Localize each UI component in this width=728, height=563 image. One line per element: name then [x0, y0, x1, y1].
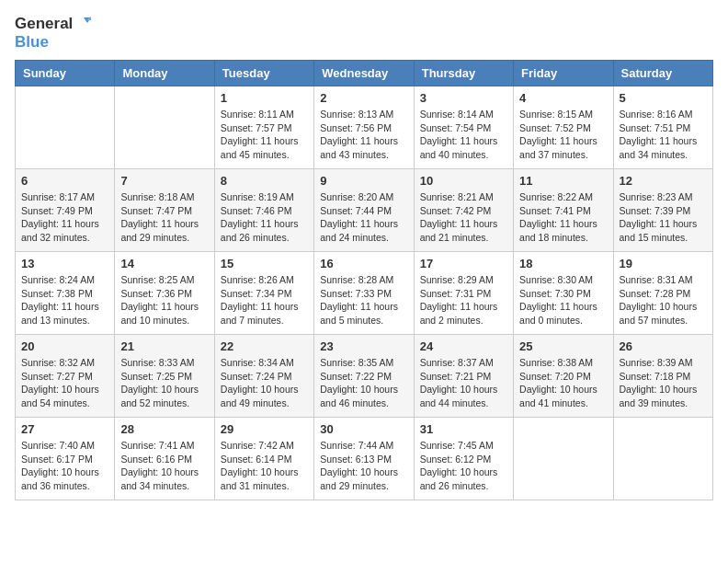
calendar-cell: 27Sunrise: 7:40 AM Sunset: 6:17 PM Dayli… — [16, 418, 115, 500]
calendar-week-row: 20Sunrise: 8:32 AM Sunset: 7:27 PM Dayli… — [16, 335, 713, 418]
calendar-cell: 15Sunrise: 8:26 AM Sunset: 7:34 PM Dayli… — [214, 252, 313, 335]
day-number: 29 — [221, 422, 308, 436]
calendar-week-row: 27Sunrise: 7:40 AM Sunset: 6:17 PM Dayli… — [16, 418, 713, 500]
calendar-cell: 20Sunrise: 8:32 AM Sunset: 7:27 PM Dayli… — [16, 335, 115, 418]
day-info: Sunrise: 8:13 AM Sunset: 7:56 PM Dayligh… — [320, 108, 407, 162]
calendar-cell: 26Sunrise: 8:39 AM Sunset: 7:18 PM Dayli… — [613, 335, 712, 418]
calendar-cell: 9Sunrise: 8:20 AM Sunset: 7:44 PM Daylig… — [314, 169, 414, 252]
calendar-cell: 14Sunrise: 8:25 AM Sunset: 7:36 PM Dayli… — [115, 252, 214, 335]
calendar-cell: 19Sunrise: 8:31 AM Sunset: 7:28 PM Dayli… — [613, 252, 712, 335]
weekday-header: Saturday — [613, 61, 712, 86]
calendar-week-row: 6Sunrise: 8:17 AM Sunset: 7:49 PM Daylig… — [16, 169, 713, 252]
day-info: Sunrise: 8:26 AM Sunset: 7:34 PM Dayligh… — [221, 273, 308, 327]
day-number: 16 — [320, 257, 407, 270]
day-number: 3 — [420, 91, 507, 105]
day-info: Sunrise: 8:19 AM Sunset: 7:46 PM Dayligh… — [221, 190, 308, 245]
day-number: 22 — [221, 339, 308, 353]
day-number: 24 — [420, 339, 507, 353]
day-info: Sunrise: 7:40 AM Sunset: 6:17 PM Dayligh… — [21, 439, 108, 493]
day-info: Sunrise: 8:24 AM Sunset: 7:38 PM Dayligh… — [21, 273, 108, 327]
day-number: 7 — [120, 174, 208, 188]
calendar-week-row: 1Sunrise: 8:11 AM Sunset: 7:57 PM Daylig… — [16, 86, 713, 169]
weekday-header: Thursday — [414, 61, 513, 86]
day-info: Sunrise: 8:23 AM Sunset: 7:39 PM Dayligh… — [620, 190, 707, 245]
calendar-cell — [16, 86, 115, 169]
day-info: Sunrise: 8:16 AM Sunset: 7:51 PM Dayligh… — [620, 108, 707, 162]
calendar-cell: 24Sunrise: 8:37 AM Sunset: 7:21 PM Dayli… — [414, 335, 513, 418]
day-info: Sunrise: 8:14 AM Sunset: 7:54 PM Dayligh… — [420, 108, 507, 162]
day-number: 26 — [620, 339, 707, 353]
calendar-cell: 25Sunrise: 8:38 AM Sunset: 7:20 PM Dayli… — [514, 335, 613, 418]
day-number: 28 — [120, 422, 208, 436]
weekday-header: Tuesday — [214, 61, 313, 86]
day-info: Sunrise: 8:21 AM Sunset: 7:42 PM Dayligh… — [420, 190, 507, 245]
day-info: Sunrise: 8:37 AM Sunset: 7:21 PM Dayligh… — [420, 356, 507, 410]
calendar-cell: 1Sunrise: 8:11 AM Sunset: 7:57 PM Daylig… — [214, 86, 313, 169]
day-number: 4 — [519, 91, 607, 105]
day-number: 6 — [21, 174, 108, 188]
day-number: 9 — [320, 174, 407, 188]
day-number: 18 — [519, 257, 607, 270]
day-info: Sunrise: 8:18 AM Sunset: 7:47 PM Dayligh… — [120, 190, 208, 245]
calendar-cell: 29Sunrise: 7:42 AM Sunset: 6:14 PM Dayli… — [214, 418, 313, 500]
calendar-cell: 30Sunrise: 7:44 AM Sunset: 6:13 PM Dayli… — [314, 418, 414, 500]
day-number: 25 — [519, 339, 607, 353]
day-number: 27 — [21, 422, 108, 436]
calendar-cell: 12Sunrise: 8:23 AM Sunset: 7:39 PM Dayli… — [613, 169, 712, 252]
weekday-header: Sunday — [16, 61, 115, 86]
day-number: 23 — [320, 339, 407, 353]
day-info: Sunrise: 8:11 AM Sunset: 7:57 PM Dayligh… — [221, 108, 308, 162]
day-number: 8 — [221, 174, 308, 188]
day-number: 12 — [620, 174, 707, 188]
day-info: Sunrise: 8:30 AM Sunset: 7:30 PM Dayligh… — [519, 273, 607, 327]
calendar-cell: 23Sunrise: 8:35 AM Sunset: 7:22 PM Dayli… — [314, 335, 414, 418]
calendar-cell: 13Sunrise: 8:24 AM Sunset: 7:38 PM Dayli… — [16, 252, 115, 335]
day-info: Sunrise: 7:42 AM Sunset: 6:14 PM Dayligh… — [221, 439, 308, 493]
calendar-cell: 31Sunrise: 7:45 AM Sunset: 6:12 PM Dayli… — [414, 418, 513, 500]
day-info: Sunrise: 8:34 AM Sunset: 7:24 PM Dayligh… — [221, 356, 308, 410]
day-number: 10 — [420, 174, 507, 188]
day-info: Sunrise: 8:38 AM Sunset: 7:20 PM Dayligh… — [519, 356, 607, 410]
calendar-cell: 2Sunrise: 8:13 AM Sunset: 7:56 PM Daylig… — [314, 86, 414, 169]
logo-blue: Blue — [15, 33, 91, 52]
calendar-table: SundayMondayTuesdayWednesdayThursdayFrid… — [15, 60, 713, 500]
calendar-cell: 4Sunrise: 8:15 AM Sunset: 7:52 PM Daylig… — [514, 86, 613, 169]
calendar-cell — [613, 418, 712, 500]
calendar-cell: 10Sunrise: 8:21 AM Sunset: 7:42 PM Dayli… — [414, 169, 513, 252]
calendar-cell — [514, 418, 613, 500]
day-info: Sunrise: 8:22 AM Sunset: 7:41 PM Dayligh… — [519, 190, 607, 245]
calendar-cell — [115, 86, 214, 169]
day-number: 30 — [320, 422, 407, 436]
logo-general: General — [15, 15, 73, 33]
day-info: Sunrise: 8:20 AM Sunset: 7:44 PM Dayligh… — [320, 190, 407, 245]
weekday-header: Wednesday — [314, 61, 414, 86]
day-info: Sunrise: 7:41 AM Sunset: 6:16 PM Dayligh… — [120, 439, 208, 493]
day-number: 2 — [320, 91, 407, 105]
day-number: 14 — [120, 257, 208, 270]
logo-bird-icon — [74, 16, 91, 32]
weekday-header: Monday — [115, 61, 214, 86]
day-info: Sunrise: 8:29 AM Sunset: 7:31 PM Dayligh… — [420, 273, 507, 327]
calendar-week-row: 13Sunrise: 8:24 AM Sunset: 7:38 PM Dayli… — [16, 252, 713, 335]
calendar-cell: 21Sunrise: 8:33 AM Sunset: 7:25 PM Dayli… — [115, 335, 214, 418]
header: General Blue — [15, 15, 713, 51]
calendar-cell: 3Sunrise: 8:14 AM Sunset: 7:54 PM Daylig… — [414, 86, 513, 169]
day-number: 19 — [620, 257, 707, 270]
day-info: Sunrise: 7:45 AM Sunset: 6:12 PM Dayligh… — [420, 439, 507, 493]
day-number: 20 — [21, 339, 108, 353]
day-info: Sunrise: 8:31 AM Sunset: 7:28 PM Dayligh… — [620, 273, 707, 327]
day-number: 31 — [420, 422, 507, 436]
day-info: Sunrise: 8:25 AM Sunset: 7:36 PM Dayligh… — [120, 273, 208, 327]
logo-wordmark: General Blue — [15, 15, 91, 51]
day-number: 1 — [221, 91, 308, 105]
day-info: Sunrise: 8:28 AM Sunset: 7:33 PM Dayligh… — [320, 273, 407, 327]
logo: General Blue — [15, 15, 91, 51]
calendar-cell: 5Sunrise: 8:16 AM Sunset: 7:51 PM Daylig… — [613, 86, 712, 169]
day-info: Sunrise: 8:15 AM Sunset: 7:52 PM Dayligh… — [519, 108, 607, 162]
calendar-cell: 8Sunrise: 8:19 AM Sunset: 7:46 PM Daylig… — [214, 169, 313, 252]
calendar-cell: 17Sunrise: 8:29 AM Sunset: 7:31 PM Dayli… — [414, 252, 513, 335]
calendar-cell: 22Sunrise: 8:34 AM Sunset: 7:24 PM Dayli… — [214, 335, 313, 418]
calendar-cell: 6Sunrise: 8:17 AM Sunset: 7:49 PM Daylig… — [16, 169, 115, 252]
day-number: 11 — [519, 174, 607, 188]
calendar-cell: 28Sunrise: 7:41 AM Sunset: 6:16 PM Dayli… — [115, 418, 214, 500]
